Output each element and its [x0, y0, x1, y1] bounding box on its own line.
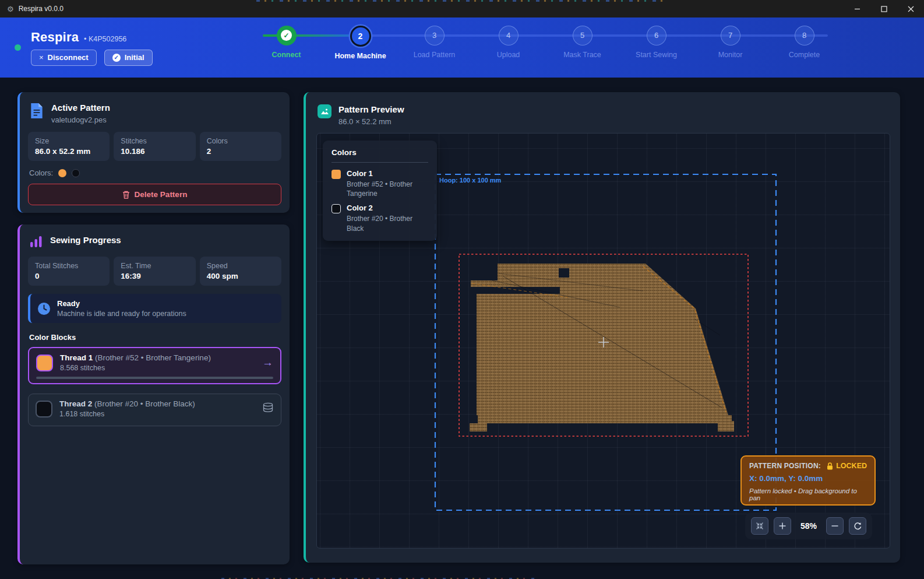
- initial-button[interactable]: ✓ Initial: [104, 50, 153, 66]
- close-x-icon: ×: [39, 53, 44, 62]
- step-label: Load Pattern: [414, 51, 456, 59]
- legend-swatch-1: [331, 170, 341, 179]
- step-label: Home Machine: [334, 52, 386, 60]
- thread-1-name: Thread 1 (Brother #52 • Brother Tangerin…: [60, 353, 211, 362]
- step-complete[interactable]: 8 Complete: [767, 26, 841, 60]
- status-description: Machine is idle and ready for operations: [57, 310, 186, 318]
- reset-view-button[interactable]: [849, 517, 866, 535]
- step-monitor[interactable]: 7 Monitor: [693, 26, 767, 60]
- color-dot-orange: [58, 169, 66, 177]
- stat-colors: Colors 2: [200, 132, 281, 161]
- thread-2-name: Thread 2 (Brother #20 • Brother Black): [59, 399, 195, 408]
- step-load-pattern[interactable]: 3 Load Pattern: [397, 26, 471, 60]
- step-circle-home: 2: [350, 26, 371, 47]
- step-start-sewing[interactable]: 6 Start Sewing: [619, 26, 693, 60]
- step-home-machine[interactable]: 2 Home Machine: [323, 26, 397, 60]
- pattern-preview-title: Pattern Preview: [338, 104, 404, 114]
- step-label: Mask Trace: [563, 51, 601, 59]
- thread-2-swatch: [36, 401, 52, 417]
- thread-1-progress-bar: [36, 377, 273, 379]
- clock-icon: [37, 302, 51, 315]
- stat-est-time: Est. Time 16:39: [114, 257, 195, 286]
- lock-icon: [827, 462, 833, 470]
- step-circle: 7: [721, 26, 740, 45]
- step-circle-connect: ✓: [277, 26, 297, 45]
- sewing-progress-title: Sewing Progress: [50, 235, 121, 245]
- fit-screen-icon: [755, 521, 764, 531]
- active-pattern-title: Active Pattern: [51, 103, 110, 113]
- step-mask-trace[interactable]: 5 Mask Trace: [545, 26, 619, 60]
- step-upload[interactable]: 4 Upload: [471, 26, 545, 60]
- arrow-right-icon: →: [262, 356, 273, 369]
- thread-2-block[interactable]: Thread 2 (Brother #20 • Brother Black) 1…: [28, 394, 281, 426]
- close-icon: [908, 6, 914, 12]
- maximize-button[interactable]: [870, 0, 897, 17]
- active-pattern-card: Active Pattern valetudogv2.pes Size 86.0…: [17, 92, 290, 213]
- step-connect[interactable]: ✓ Connect: [249, 26, 323, 60]
- preview-canvas[interactable]: Hoop: 100 x 100 mm Colors Color 1 Brothe…: [316, 133, 890, 549]
- minus-icon: [831, 522, 839, 530]
- trash-icon: [122, 191, 130, 199]
- thread-1-stitches: 8.568 stitches: [60, 364, 211, 372]
- initial-label: Initial: [125, 53, 144, 62]
- thread-2-stitches: 1.618 stitches: [59, 410, 195, 418]
- zoom-out-button[interactable]: [826, 517, 844, 535]
- stitch-pattern: [470, 264, 734, 431]
- step-circle: 5: [573, 26, 593, 45]
- window-titlebar[interactable]: ⚙ Respira v0.0.0: [0, 0, 924, 17]
- legend-entry-color1: Color 1 Brother #52 • Brother Tangerine: [331, 169, 428, 198]
- zoom-level: 58%: [796, 521, 821, 531]
- stat-total-stitches: Total Stitches 0: [28, 257, 110, 286]
- step-circle: 6: [647, 26, 666, 45]
- background-window-sliver: [256, 0, 664, 2]
- colors-label: Colors:: [29, 169, 53, 177]
- delete-pattern-label: Delete Pattern: [135, 190, 188, 199]
- minimize-button[interactable]: [844, 0, 870, 17]
- step-label: Connect: [272, 51, 301, 59]
- connection-status-dot: [15, 44, 21, 51]
- minimize-icon: [854, 6, 860, 12]
- app-brand: Respira: [31, 30, 79, 45]
- app-icon: ⚙: [7, 5, 14, 13]
- locked-badge: LOCKED: [827, 462, 867, 470]
- refresh-icon: [853, 521, 862, 531]
- stat-size: Size 86.0 x 52.2 mm: [28, 132, 110, 161]
- check-circle-icon: ✓: [112, 54, 121, 62]
- window-title: Respira v0.0.0: [19, 5, 64, 13]
- step-circle: 8: [795, 26, 814, 45]
- step-label: Start Sewing: [636, 51, 677, 59]
- layers-icon: [262, 402, 274, 415]
- pattern-filename: valetudogv2.pes: [51, 115, 110, 124]
- position-coordinates: X: 0.0mm, Y: 0.0mm: [749, 474, 867, 483]
- pattern-preview-card: Pattern Preview 86.0 × 52.2 mm: [304, 92, 900, 563]
- bar-chart-icon: [29, 235, 43, 249]
- status-title: Ready: [57, 299, 186, 308]
- thread-1-block[interactable]: Thread 1 (Brother #52 • Brother Tangerin…: [28, 347, 281, 384]
- file-icon: [29, 103, 44, 119]
- delete-pattern-button[interactable]: Delete Pattern: [28, 184, 281, 205]
- color-dot-black: [72, 169, 80, 177]
- step-circle: 3: [425, 26, 445, 45]
- plus-icon: [778, 522, 787, 530]
- hoop-size-label: Hoop: 100 x 100 mm: [439, 177, 501, 184]
- color-blocks-heading: Color Blocks: [29, 333, 280, 342]
- step-label: Monitor: [718, 51, 743, 59]
- machine-serial: • K4P502956: [84, 35, 126, 43]
- step-circle: 4: [499, 26, 519, 45]
- legend-swatch-2: [331, 204, 341, 213]
- pattern-position-overlay: PATTERN POSITION: LOCKED X: 0.0mm, Y: 0.…: [740, 455, 876, 506]
- position-hint: Pattern locked • Drag background to pan: [749, 487, 867, 501]
- step-label: Upload: [497, 51, 520, 59]
- disconnect-button[interactable]: × Disconnect: [31, 50, 97, 66]
- check-icon: ✓: [281, 30, 292, 41]
- zoom-controls: 58%: [745, 513, 872, 539]
- position-label: PATTERN POSITION:: [749, 462, 821, 470]
- sewing-progress-card: Sewing Progress Total Stitches 0 Est. Ti…: [17, 224, 290, 564]
- close-button[interactable]: [897, 0, 924, 17]
- zoom-in-button[interactable]: [774, 517, 791, 535]
- workflow-stepper: ✓ Connect 2 Home Machine 3 Load Pattern …: [249, 26, 841, 70]
- thread-1-swatch: [36, 355, 53, 371]
- fit-to-screen-button[interactable]: [751, 517, 768, 535]
- step-label: Complete: [789, 51, 820, 59]
- colors-legend: Colors Color 1 Brother #52 • Brother Tan…: [323, 141, 437, 241]
